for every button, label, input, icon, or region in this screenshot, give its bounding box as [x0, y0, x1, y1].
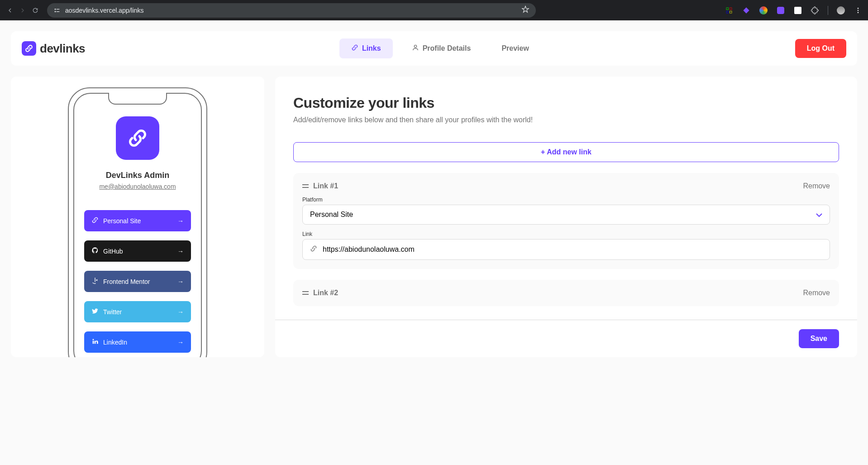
- link-card-2: Link #2 Remove: [293, 280, 839, 306]
- link-card-1: Link #1 Remove Platform Personal Site Li…: [293, 173, 839, 269]
- svg-point-8: [858, 12, 859, 13]
- svg-rect-2: [726, 8, 729, 10]
- preview-panel: DevLinks Admin me@abiodunolaoluwa.com Pe…: [11, 77, 264, 357]
- frontend-mentor-icon: [91, 277, 99, 286]
- chevron-down-icon: [816, 211, 822, 219]
- editor-panel: Customize your links Add/edit/remove lin…: [275, 77, 857, 357]
- reload-icon[interactable]: [31, 6, 40, 15]
- platform-label: Platform: [302, 197, 830, 203]
- svg-point-9: [414, 45, 416, 48]
- linkedin-icon: [91, 338, 99, 346]
- avatar: [116, 116, 159, 160]
- github-icon: [91, 247, 99, 255]
- profile-avatar-icon[interactable]: [836, 6, 845, 15]
- page-subtitle: Add/edit/remove links below and then sha…: [293, 116, 839, 124]
- platform-value: Personal Site: [310, 211, 353, 219]
- arrow-right-icon: →: [177, 248, 184, 255]
- tab-label: Links: [362, 44, 381, 53]
- back-icon[interactable]: [5, 6, 14, 15]
- card-title: Link #1: [313, 182, 338, 190]
- preview-link-github[interactable]: GitHub →: [84, 240, 191, 262]
- star-icon[interactable]: [521, 5, 529, 15]
- remove-link-button[interactable]: Remove: [803, 182, 830, 190]
- site-controls-icon: [53, 7, 61, 14]
- page-title: Customize your links: [293, 95, 839, 111]
- arrow-right-icon: →: [177, 339, 184, 346]
- svg-rect-3: [730, 8, 732, 10]
- remove-link-button[interactable]: Remove: [803, 289, 830, 297]
- preview-link-twitter[interactable]: Twitter →: [84, 301, 191, 322]
- menu-icon[interactable]: [854, 6, 863, 15]
- add-link-button[interactable]: + Add new link: [293, 142, 839, 162]
- link-label: Frontend Mentor: [103, 278, 150, 285]
- ext-icon-5[interactable]: [793, 6, 802, 15]
- link-label: Personal Site: [103, 217, 141, 225]
- forward-icon[interactable]: [18, 6, 27, 15]
- browser-toolbar: aosdevlinks.vercel.app/links: [0, 0, 868, 20]
- logo: devlinks: [22, 41, 85, 56]
- logo-icon: [22, 41, 36, 56]
- tab-profile[interactable]: Profile Details: [400, 38, 483, 58]
- ext-icon-3[interactable]: [759, 6, 768, 15]
- link-label: LinkedIn: [103, 339, 127, 346]
- tab-links[interactable]: Links: [339, 38, 393, 58]
- ext-icon-1[interactable]: [725, 6, 734, 15]
- save-button[interactable]: Save: [799, 329, 839, 348]
- drag-handle-icon[interactable]: [302, 291, 309, 295]
- url-bar[interactable]: aosdevlinks.vercel.app/links: [47, 3, 536, 18]
- svg-point-7: [858, 10, 859, 11]
- link-label: GitHub: [103, 248, 123, 255]
- phone-frame: DevLinks Admin me@abiodunolaoluwa.com Pe…: [68, 87, 207, 357]
- display-email[interactable]: me@abiodunolaoluwa.com: [84, 183, 191, 190]
- extensions-icon[interactable]: [811, 6, 820, 15]
- save-bar: Save: [275, 320, 857, 357]
- card-title: Link #2: [313, 289, 338, 297]
- user-icon: [412, 44, 419, 53]
- arrow-right-icon: →: [177, 278, 184, 285]
- arrow-right-icon: →: [177, 308, 184, 316]
- link-input-wrapper: [302, 239, 830, 260]
- svg-rect-5: [730, 11, 732, 13]
- link-url-input[interactable]: [323, 245, 822, 254]
- preview-link-linkedin[interactable]: LinkedIn →: [84, 331, 191, 353]
- svg-rect-4: [726, 11, 729, 13]
- link-label: Twitter: [103, 308, 122, 316]
- logo-text: devlinks: [40, 42, 85, 56]
- phone-notch: [108, 93, 167, 105]
- link-icon: [351, 44, 358, 53]
- tab-label: Profile Details: [423, 44, 471, 53]
- drag-handle-icon[interactable]: [302, 184, 309, 188]
- preview-link-personal[interactable]: Personal Site →: [84, 210, 191, 231]
- link-icon: [310, 245, 317, 254]
- link-icon: [91, 216, 99, 225]
- platform-select[interactable]: Personal Site: [302, 205, 830, 225]
- ext-icon-2[interactable]: [742, 6, 751, 15]
- tab-label: Preview: [501, 44, 529, 53]
- tab-preview[interactable]: Preview: [490, 38, 540, 58]
- display-name: DevLinks Admin: [84, 171, 191, 180]
- arrow-right-icon: →: [177, 217, 184, 225]
- twitter-icon: [91, 307, 99, 316]
- link-label: Link: [302, 231, 830, 237]
- svg-point-1: [55, 11, 56, 12]
- url-text: aosdevlinks.vercel.app/links: [65, 7, 144, 14]
- ext-icon-4[interactable]: [776, 6, 785, 15]
- svg-point-6: [858, 8, 859, 9]
- svg-point-0: [55, 9, 56, 10]
- app-header: devlinks Links Profile Details Preview L…: [11, 31, 857, 66]
- preview-link-frontend-mentor[interactable]: Frontend Mentor →: [84, 271, 191, 292]
- logout-button[interactable]: Log Out: [795, 39, 846, 58]
